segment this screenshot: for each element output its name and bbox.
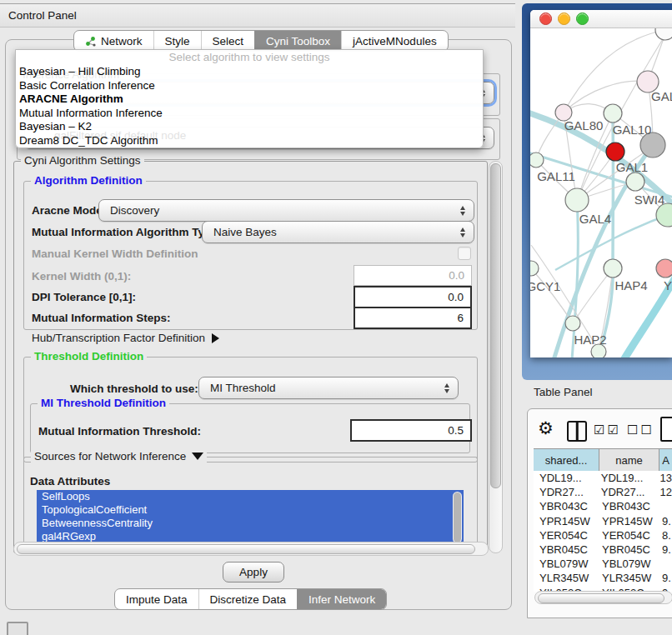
table-horizontal-scrollbar[interactable] — [534, 591, 672, 604]
which-threshold-value: MI Threshold — [210, 382, 276, 394]
attributes-scrollbar[interactable] — [453, 492, 462, 543]
dropdown-item-bayesian-hill-climbing[interactable]: Bayesian – Hill Climbing — [16, 65, 483, 79]
node-label: GAL10 — [613, 122, 652, 137]
deselect-all-columns-icon[interactable]: ☐☐ — [627, 422, 654, 438]
columns-icon[interactable] — [567, 421, 587, 442]
manual-kernel-label: Manual Kernel Width Definition — [32, 248, 198, 260]
tab-discretize-data[interactable]: Discretize Data — [198, 589, 298, 609]
zoom-traffic-light[interactable] — [576, 12, 589, 25]
tab-jactivemnodules[interactable]: jActiveMNodules — [341, 31, 448, 51]
tab-label: Cyni Toolbox — [266, 35, 330, 48]
dpi-tolerance-field[interactable]: 0.0 — [354, 286, 472, 308]
cell: YDL19... — [534, 472, 598, 484]
node-label: GAL4 — [579, 212, 611, 226]
cell: YBR045C — [599, 543, 659, 556]
node-label: GAL11 — [537, 169, 575, 183]
dpi-tolerance-label: DPI Tolerance [0,1]: — [32, 291, 136, 303]
node-gal4[interactable] — [565, 188, 589, 212]
dropdown-item-aracne[interactable]: ARACNE Algorithm — [16, 92, 483, 107]
cell: YPR145W — [599, 515, 659, 528]
aracne-mode-combo[interactable]: Discovery — [98, 199, 474, 222]
attribute-selfloops[interactable]: SelfLoops — [37, 490, 464, 503]
cell: YLR345W — [534, 572, 599, 584]
mi-steps-value: 6 — [457, 312, 464, 324]
settings-vertical-scrollbar[interactable] — [489, 161, 503, 553]
dropdown-item-mutual-information[interactable]: Mutual Information Inference — [16, 107, 483, 121]
dropdown-item-dream8[interactable]: Dream8 DC_TDC Algorithm — [16, 134, 483, 148]
table-row[interactable]: YDL19... YDL19... 13 — [534, 471, 672, 485]
dropdown-item-bayesian-k2[interactable]: Bayesian – K2 — [16, 120, 483, 134]
node-label: GAL80 — [564, 118, 604, 132]
settings-horizontal-scrollbar[interactable] — [13, 542, 489, 556]
mi-algorithm-type-label: Mutual Information Algorithm Type: — [32, 226, 221, 238]
table-body: YDL19... YDL19... 13 YDR27... YDR27... 1… — [534, 471, 672, 592]
column-header-partial[interactable]: A — [659, 448, 672, 472]
table-row[interactable]: YBL079W YBL079W — [534, 557, 672, 571]
attribute-topologicalcoefficient[interactable]: TopologicalCoefficient — [37, 503, 464, 517]
node-hap2[interactable] — [565, 316, 580, 331]
table-row[interactable]: YBR045C YBR045C 9. — [534, 542, 672, 557]
sources-toggle[interactable]: Sources for Network Inference — [31, 450, 207, 462]
cell: YBR045C — [534, 543, 599, 556]
kernel-width-value: 0.0 — [449, 269, 464, 282]
tab-label: Select — [213, 35, 244, 48]
scrollbar-thumb[interactable] — [490, 163, 501, 488]
node-gal11[interactable] — [530, 152, 544, 168]
mi-threshold-field[interactable]: 0.5 — [350, 419, 472, 442]
tab-impute-data[interactable]: Impute Data — [115, 589, 198, 609]
column-header-shared-name[interactable]: shared... — [534, 448, 599, 472]
tab-network[interactable]: Network — [74, 31, 153, 51]
dropdown-item-basic-correlation[interactable]: Basic Correlation Inference — [16, 79, 483, 93]
network-window-titlebar — [530, 10, 672, 28]
node-salmon[interactable] — [656, 259, 672, 278]
node-hap4[interactable] — [604, 259, 622, 278]
cell: 12 — [657, 486, 672, 498]
table-row[interactable]: YLR345W YLR345W 9. — [534, 571, 672, 585]
network-labels: GAL GAL80 GAL10 GAL11 GAL1 SWI4 GAL4 GCY… — [530, 89, 672, 347]
aracne-mode-value: Discovery — [110, 204, 159, 217]
minimized-panel-icon[interactable] — [7, 622, 28, 635]
gear-icon[interactable]: ⚙ — [538, 418, 554, 438]
node-selected-red[interactable] — [606, 142, 624, 161]
cell: YPR145W — [534, 515, 599, 528]
cell: YBL079W — [534, 558, 599, 570]
new-table-icon[interactable] — [660, 417, 672, 442]
panel-title: Control Panel — [8, 9, 77, 22]
node-swi4[interactable] — [656, 203, 672, 227]
tab-style[interactable]: Style — [153, 31, 201, 51]
scrollbar-thumb[interactable] — [538, 593, 664, 603]
attribute-betweennesscentrality[interactable]: BetweennessCentrality — [37, 517, 464, 530]
kernel-width-field[interactable]: 0.0 — [354, 265, 472, 286]
node-gal10[interactable] — [604, 104, 622, 122]
node-gcy1[interactable] — [530, 261, 539, 276]
scrollbar-thumb[interactable] — [454, 492, 461, 542]
node-gal1[interactable] — [626, 172, 644, 191]
table-row[interactable]: YPR145W YPR145W 9. — [534, 514, 672, 528]
table-row[interactable]: YBR043C YBR043C — [534, 499, 672, 513]
mi-steps-field[interactable]: 6 — [354, 307, 472, 329]
tab-select[interactable]: Select — [201, 31, 255, 51]
hub-section-toggle[interactable]: Hub/Transcription Factor Definition — [32, 332, 219, 344]
tab-infer-network[interactable]: Infer Network — [297, 589, 386, 609]
sources-title: Sources for Network Inference — [34, 450, 186, 462]
scrollbar-thumb[interactable] — [17, 544, 475, 554]
cell: YLR345W — [599, 572, 659, 584]
apply-button[interactable]: Apply — [223, 562, 284, 582]
screenshot-root: Control Panel Network Style Select — [0, 0, 672, 635]
column-header-name[interactable]: name — [599, 448, 659, 472]
minimize-traffic-light[interactable] — [558, 12, 570, 25]
cell: YBR043C — [599, 500, 659, 512]
node-partial-top[interactable] — [655, 28, 672, 40]
table-row[interactable]: YDR27... YDR27... 12 — [534, 485, 672, 499]
table-row[interactable]: YER054C YER054C 8. — [534, 528, 672, 542]
mi-threshold-label: Mutual Information Threshold: — [38, 425, 201, 438]
which-threshold-combo[interactable]: MI Threshold — [198, 377, 459, 399]
manual-kernel-checkbox[interactable] — [458, 247, 471, 260]
select-all-columns-icon[interactable]: ☑☑ — [594, 422, 621, 438]
mi-algorithm-type-combo[interactable]: Naive Bayes — [202, 221, 474, 243]
tab-cyni-toolbox[interactable]: Cyni Toolbox — [254, 31, 341, 51]
cell: YDL19... — [598, 472, 657, 484]
cell: 13 — [657, 472, 672, 484]
network-canvas[interactable]: GAL GAL80 GAL10 GAL11 GAL1 SWI4 GAL4 GCY… — [530, 28, 672, 358]
close-traffic-light[interactable] — [539, 12, 552, 25]
